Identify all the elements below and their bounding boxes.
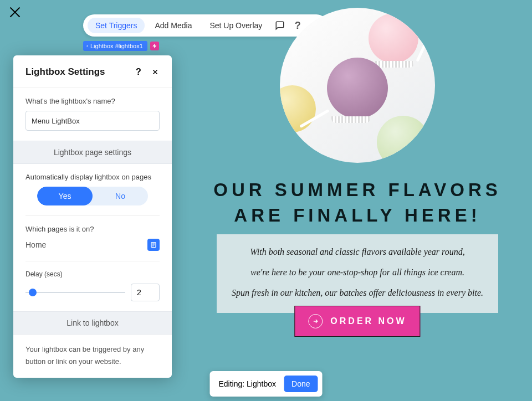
- link-note-text: Your lightbox can be triggered by any bu…: [25, 343, 160, 368]
- delay-slider[interactable]: [25, 291, 125, 294]
- auto-display-section: Automatically display lightbox on pages …: [13, 164, 172, 311]
- slider-thumb[interactable]: [29, 289, 37, 296]
- panel-close-icon[interactable]: [150, 66, 161, 78]
- delay-label: Delay (secs): [25, 270, 160, 278]
- order-now-button[interactable]: ORDER NOW: [294, 306, 420, 337]
- canvas-content: OUR SUMMER FLAVORS ARE FINALLY HERE! Wit…: [183, 0, 532, 8]
- breadcrumb-row: ‹ Lightbox #lightbox1: [83, 41, 159, 51]
- tab-add-media[interactable]: Add Media: [147, 18, 200, 33]
- lightbox-name-input[interactable]: [25, 111, 160, 131]
- subcopy[interactable]: With both seasonal and classic flavors a…: [217, 234, 498, 313]
- link-note-section: Your lightbox can be triggered by any bu…: [13, 335, 172, 378]
- subcopy-line2: we're here to be your one-stop-shop for …: [219, 263, 496, 283]
- headline[interactable]: OUR SUMMER FLAVORS ARE FINALLY HERE!: [183, 177, 532, 228]
- auto-display-toggle: Yes No: [37, 187, 148, 205]
- which-pages-label: Which pages is it on?: [25, 225, 160, 233]
- subcopy-line3: Spun fresh in our kitchen, our batches o…: [219, 283, 496, 304]
- subcopy-line1: With both seasonal and classic flavors a…: [219, 242, 496, 263]
- lightbox-settings-panel: Lightbox Settings ? What's the lightbox'…: [13, 55, 172, 378]
- link-heading: Link to lightbox: [13, 311, 172, 335]
- name-label: What's the lightbox's name?: [25, 97, 160, 105]
- done-button[interactable]: Done: [284, 376, 318, 392]
- delay-input[interactable]: [131, 284, 160, 301]
- auto-display-label: Automatically display lightbox on pages: [25, 173, 160, 181]
- tab-set-up-overlay[interactable]: Set Up Overlay: [202, 18, 270, 33]
- toggle-yes[interactable]: Yes: [37, 187, 93, 205]
- toggle-no[interactable]: No: [93, 187, 148, 205]
- cta-label: ORDER NOW: [330, 316, 406, 326]
- panel-title: Lightbox Settings: [25, 66, 105, 78]
- panel-help-icon[interactable]: ?: [133, 66, 144, 78]
- editing-label: Editing: Lightbox: [219, 379, 277, 388]
- hero-image[interactable]: [280, 8, 435, 163]
- headline-line1: OUR SUMMER FLAVORS: [183, 177, 532, 203]
- headline-line2: ARE FINALLY HERE!: [183, 203, 532, 228]
- comment-icon[interactable]: [272, 18, 288, 33]
- name-section: What's the lightbox's name?: [13, 88, 172, 141]
- chevron-left-icon: ‹: [86, 43, 88, 49]
- interactions-icon[interactable]: [150, 42, 159, 50]
- which-pages-value: Home: [25, 240, 46, 249]
- arrow-right-icon: [308, 314, 323, 328]
- main-toolbar: Set Triggers Add Media Set Up Overlay ?: [83, 14, 328, 37]
- panel-header: Lightbox Settings ?: [13, 55, 172, 88]
- breadcrumb-lightbox[interactable]: ‹ Lightbox #lightbox1: [83, 41, 147, 51]
- select-pages-button[interactable]: [147, 239, 160, 251]
- tab-set-triggers[interactable]: Set Triggers: [88, 18, 145, 33]
- close-editor-button[interactable]: [8, 6, 22, 19]
- status-bar: Editing: Lightbox Done: [210, 371, 323, 397]
- breadcrumb-label: Lightbox #lightbox1: [90, 43, 143, 49]
- page-settings-heading: Lightbox page settings: [13, 141, 172, 164]
